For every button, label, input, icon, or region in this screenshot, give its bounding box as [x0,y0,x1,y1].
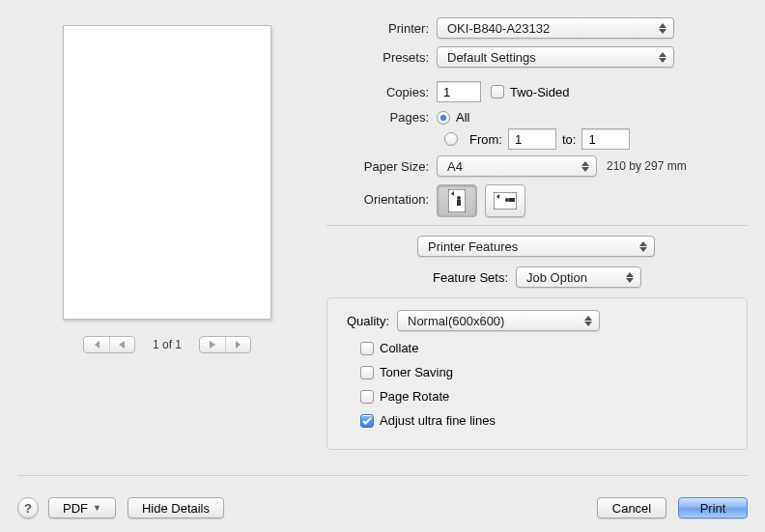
cancel-button[interactable]: Cancel [597,497,666,518]
pager: 1 of 1 [83,336,251,353]
form-column: Printer: OKI-B840-A23132 Presets: Defaul… [317,17,748,450]
svg-rect-5 [509,198,515,202]
svg-point-4 [505,198,509,202]
pdf-menu-button[interactable]: PDF ▼ [48,497,116,518]
collate-label: Collate [380,341,418,355]
features-section-popup[interactable]: Printer Features [417,236,655,257]
copies-input[interactable] [437,81,481,102]
quality-popup[interactable]: Normal(600x600) [397,310,600,331]
quality-label: Quality: [343,314,397,328]
pages-to-label: to: [562,132,576,147]
cancel-label: Cancel [612,501,651,516]
pages-label: Pages: [326,110,437,125]
presets-popup[interactable]: Default Settings [437,46,674,68]
pages-all-radio[interactable] [437,111,450,125]
paper-size-label: Paper Size: [326,159,437,174]
separator [326,225,748,226]
hide-details-button[interactable]: Hide Details [128,497,224,518]
pages-all-label: All [456,110,469,125]
pager-back-group [83,336,135,353]
popup-arrows-icon [579,158,592,174]
paper-size-value: A4 [447,159,463,174]
pager-fwd-group [199,336,251,353]
popup-arrows-icon [623,269,637,285]
pages-from-label: From: [469,132,502,147]
pages-range-radio[interactable] [444,132,458,146]
pager-label: 1 of 1 [153,338,182,351]
orientation-landscape-button[interactable] [485,184,525,217]
pages-to-input[interactable] [581,128,630,150]
two-sided-label: Two-Sided [510,85,569,99]
pages-from-input[interactable] [508,128,556,150]
feature-sets-label: Feature Sets: [433,270,508,285]
printer-popup[interactable]: OKI-B840-A23132 [437,17,674,39]
features-section-value: Printer Features [428,239,518,254]
pager-next-button[interactable] [200,337,225,352]
svg-rect-2 [457,200,461,206]
presets-label: Presets: [326,50,437,65]
printer-label: Printer: [326,21,437,36]
adjust-ultra-fine-checkbox[interactable] [360,414,374,428]
footer: ? PDF ▼ Hide Details Cancel Print [0,497,765,518]
feature-sets-popup[interactable]: Job Option [516,266,641,288]
pager-first-button[interactable] [84,337,109,352]
toner-saving-label: Toner Saving [380,365,453,379]
toner-saving-checkbox[interactable] [360,366,374,379]
page-rotate-checkbox[interactable] [360,390,374,404]
pdf-menu-label: PDF [63,501,88,516]
quality-value: Normal(600x600) [408,314,504,328]
adjust-ultra-fine-label: Adjust ultra fine lines [380,413,496,428]
page-preview [63,25,271,320]
popup-arrows-icon [581,313,595,328]
print-dialog: 1 of 1 Printer: OKI-B840-A23132 [0,0,765,532]
help-button[interactable]: ? [17,497,39,518]
feature-sets-value: Job Option [526,270,587,285]
svg-point-1 [457,196,461,200]
pager-prev-button[interactable] [109,337,134,352]
orientation-portrait-button[interactable] [437,184,477,217]
orientation-label: Orientation: [326,184,437,207]
popup-arrows-icon [656,20,669,36]
paper-size-note: 210 by 297 mm [607,159,687,173]
caret-down-icon: ▼ [93,503,101,513]
preview-column: 1 of 1 [17,17,317,450]
paper-size-popup[interactable]: A4 [437,155,597,177]
portrait-icon [448,189,466,212]
collate-checkbox[interactable] [360,342,374,355]
two-sided-checkbox[interactable] [491,85,504,98]
page-rotate-label: Page Rotate [380,389,449,404]
hide-details-label: Hide Details [142,501,210,516]
feature-options-group: Quality: Normal(600x600) Collate [326,297,748,450]
presets-value: Default Settings [447,50,536,65]
landscape-icon [494,192,517,210]
footer-separator [17,475,748,476]
print-button[interactable]: Print [678,497,748,518]
copies-label: Copies: [326,85,437,99]
pager-last-button[interactable] [225,337,250,352]
popup-arrows-icon [656,49,669,65]
print-label: Print [700,501,726,516]
printer-value: OKI-B840-A23132 [447,21,550,36]
popup-arrows-icon [637,238,650,254]
